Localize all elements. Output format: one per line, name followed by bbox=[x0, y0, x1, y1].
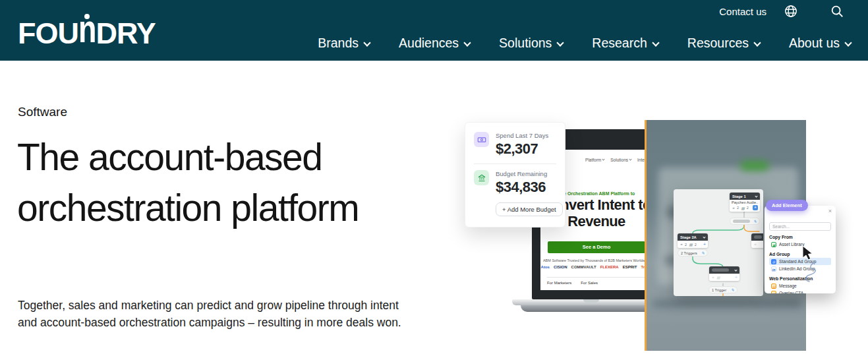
contact-us-link[interactable]: Contact us bbox=[719, 6, 767, 17]
logo-cision: CISION bbox=[554, 265, 567, 269]
workflow-node-blurred[interactable] bbox=[709, 266, 739, 281]
chevron-down-icon bbox=[703, 235, 705, 238]
laptop-footer-links: For Marketers For Sales bbox=[547, 277, 646, 285]
nav-research[interactable]: Research bbox=[592, 36, 658, 51]
spend-value: $2,307 bbox=[496, 140, 548, 158]
laptop-site-nav: Platform Solutions Integrations bbox=[585, 158, 652, 162]
spend-label: Spend Last 7 Days bbox=[496, 132, 548, 139]
header-utility: Contact us bbox=[719, 4, 844, 18]
logo-suffix: DRY bbox=[96, 16, 156, 50]
workflow-node-partial bbox=[751, 233, 763, 248]
campaign-workflow-panel: Stage 1 Paychex Audie.. 2 2 Stage 2A bbox=[674, 189, 763, 296]
logo-atos: Atos bbox=[541, 265, 550, 269]
laptop-nav-solutions[interactable]: Solutions bbox=[610, 158, 631, 162]
chevron-down-icon bbox=[602, 158, 605, 160]
add-node-button[interactable] bbox=[703, 242, 706, 247]
blurred-trigger-pill[interactable] bbox=[730, 218, 760, 225]
workflow-node-stage1[interactable]: Stage 1 Paychex Audie.. 2 2 bbox=[730, 193, 760, 212]
standard-ad-group-icon bbox=[771, 259, 776, 264]
add-node-button[interactable] bbox=[735, 275, 738, 280]
message-icon bbox=[771, 284, 776, 289]
chevron-down-icon bbox=[734, 268, 737, 271]
linkedin-icon bbox=[771, 266, 776, 272]
customer-logos: Atos CISION COMMVAULT FLEXERA ESPRIT Tri… bbox=[540, 265, 652, 269]
blurred-green-button bbox=[740, 161, 769, 171]
foundry-logo[interactable]: FOUnDRY bbox=[18, 18, 156, 48]
blurred-footer-block bbox=[652, 299, 802, 308]
chevron-down-icon bbox=[652, 39, 659, 46]
overlay-cta-icon bbox=[771, 291, 776, 294]
stage2a-triggers-pill[interactable]: 2 Triggers bbox=[678, 249, 708, 256]
page: FOUnDRY Contact us Brands Audiences Solu… bbox=[0, 0, 868, 362]
nav-solutions[interactable]: Solutions bbox=[499, 36, 563, 51]
globe-icon[interactable] bbox=[784, 4, 798, 18]
laptop-base-shadow bbox=[521, 305, 662, 312]
grid-icon bbox=[689, 242, 693, 247]
main-nav: Brands Audiences Solutions Research Reso… bbox=[318, 36, 851, 51]
chevron-down-icon bbox=[755, 195, 757, 197]
spend-row: Spend Last 7 Days $2,307 bbox=[474, 132, 556, 158]
cursor-arrow-icon bbox=[801, 245, 829, 283]
links-icon bbox=[680, 242, 683, 247]
blurred-label bbox=[733, 220, 750, 223]
bank-icon bbox=[474, 170, 489, 185]
audience-selector[interactable]: Paychex Audie.. bbox=[732, 200, 758, 204]
chevron-down-icon bbox=[463, 39, 471, 46]
overlay-cta-item[interactable]: Overlay CTA bbox=[769, 289, 831, 293]
for-sales-link[interactable]: For Sales bbox=[581, 281, 598, 285]
nav-about-us[interactable]: About us bbox=[789, 36, 851, 51]
links-icon bbox=[732, 206, 735, 210]
budget-value: $34,836 bbox=[496, 179, 547, 196]
logo-esprit: ESPRIT bbox=[623, 265, 637, 269]
divider bbox=[474, 164, 556, 164]
message-item[interactable]: Message bbox=[769, 282, 831, 289]
site-header: FOUnDRY Contact us Brands Audiences Solu… bbox=[0, 0, 868, 61]
pencil-icon bbox=[701, 251, 705, 255]
nav-audiences[interactable]: Audiences bbox=[399, 36, 470, 51]
logo-commvault: COMMVAULT bbox=[571, 265, 596, 269]
pencil-icon bbox=[753, 219, 757, 224]
add-more-budget-button[interactable]: + Add More Budget bbox=[496, 202, 563, 216]
laptop-nav-platform[interactable]: Platform bbox=[585, 158, 604, 162]
hero-illustration: Platform Solutions Integrations The Orch… bbox=[461, 115, 830, 362]
grid-icon bbox=[741, 206, 745, 210]
close-icon[interactable] bbox=[828, 208, 832, 214]
chevron-down-icon bbox=[844, 39, 852, 46]
see-a-demo-button[interactable]: See a Demo bbox=[548, 241, 645, 253]
logo-flexera: FLEXERA bbox=[600, 265, 619, 269]
search-icon[interactable] bbox=[830, 4, 844, 18]
budget-stat-card: Spend Last 7 Days $2,307 Budget Remainin… bbox=[465, 122, 565, 227]
laptop-trust-line: ABM Software Trusted by Thousands of B2B… bbox=[540, 258, 652, 262]
grid-icon bbox=[716, 275, 720, 280]
chevron-down-icon bbox=[629, 158, 631, 160]
hero-description: Together, sales and marketing can predic… bbox=[18, 297, 417, 331]
pencil-icon bbox=[731, 287, 734, 292]
laptop-notch bbox=[583, 299, 599, 303]
add-node-button[interactable] bbox=[753, 205, 758, 210]
chevron-down-icon bbox=[753, 39, 761, 46]
logo-prefix: FOU bbox=[18, 16, 78, 50]
blurred-label bbox=[754, 235, 762, 239]
logo-letter-n: n bbox=[78, 18, 96, 48]
stage3-trigger-pill[interactable]: 1 Trigger bbox=[709, 286, 738, 293]
blurred-label bbox=[712, 268, 729, 272]
for-marketers-link[interactable]: For Marketers bbox=[547, 281, 571, 285]
budget-row: Budget Remaining $34,836 bbox=[474, 170, 556, 196]
chevron-down-icon bbox=[363, 39, 370, 46]
links-icon bbox=[753, 242, 757, 247]
page-title: The account-based orchestration platform bbox=[17, 132, 403, 233]
element-search-input[interactable] bbox=[769, 222, 831, 231]
banknote-icon bbox=[474, 132, 489, 147]
nav-brands[interactable]: Brands bbox=[318, 36, 370, 51]
hero-eyebrow: Software bbox=[18, 105, 67, 119]
budget-label: Budget Remaining bbox=[496, 170, 547, 177]
add-element-button[interactable]: Add Element bbox=[766, 200, 808, 211]
section-heading: Copy From bbox=[769, 235, 831, 239]
workflow-node-stage2a[interactable]: Stage 2A 2 2 bbox=[678, 233, 708, 248]
links-icon bbox=[711, 275, 714, 280]
chevron-down-icon bbox=[557, 39, 564, 46]
asset-library-icon bbox=[771, 242, 776, 247]
nav-resources[interactable]: Resources bbox=[687, 36, 760, 51]
